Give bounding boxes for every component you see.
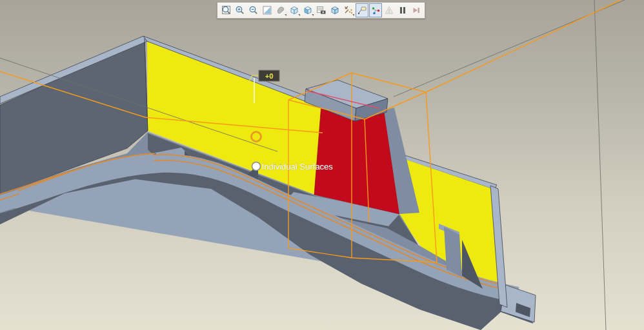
zoom-in-button[interactable] [234, 3, 247, 17]
selection-filter-label: Individual Surfaces [262, 162, 333, 171]
render-style-dropdown-arrow-icon[interactable] [285, 14, 287, 16]
datum-display-button[interactable] [342, 3, 355, 17]
section-button[interactable] [301, 3, 314, 17]
annotation-display-icon [357, 5, 367, 15]
render-style-button[interactable] [274, 3, 287, 17]
zoom-in-icon [235, 5, 245, 15]
display-style-dropdown-arrow-icon[interactable] [298, 14, 300, 16]
selection-point-dot[interactable] [252, 162, 261, 171]
repaint-icon [262, 5, 272, 15]
annotation-display-button[interactable] [356, 3, 368, 17]
pause-icon [397, 5, 408, 15]
display-style-button[interactable] [288, 3, 301, 17]
refit-button[interactable] [220, 3, 233, 17]
graphics-viewport[interactable]: +0 Individual Surfaces [0, 0, 644, 330]
pause-button[interactable] [396, 3, 409, 17]
datum-display-dropdown-arrow-icon[interactable] [352, 14, 354, 16]
graphics-toolbar [217, 2, 425, 19]
zoom-out-button[interactable] [247, 3, 260, 17]
analysis-warning-button[interactable] [383, 3, 396, 17]
view-manager-icon [330, 5, 340, 15]
spin-center-icon [370, 5, 381, 15]
repaint-button[interactable] [261, 3, 274, 17]
saved-views-button[interactable] [315, 3, 328, 17]
draft-angle-value: +0 [265, 72, 274, 80]
saved-views-icon [316, 5, 327, 15]
resume-icon [411, 5, 421, 15]
section-dropdown-arrow-icon[interactable] [312, 14, 314, 16]
view-manager-button[interactable] [328, 3, 341, 17]
resume-button[interactable] [410, 3, 423, 17]
analysis-warning-icon [384, 5, 394, 15]
cad-application-window: +0 Individual Surfaces [0, 0, 644, 330]
spin-center-button[interactable] [369, 3, 382, 17]
refit-icon [221, 5, 232, 15]
zoom-out-icon [248, 5, 259, 15]
datum-plane-edge-line[interactable] [594, 0, 606, 330]
